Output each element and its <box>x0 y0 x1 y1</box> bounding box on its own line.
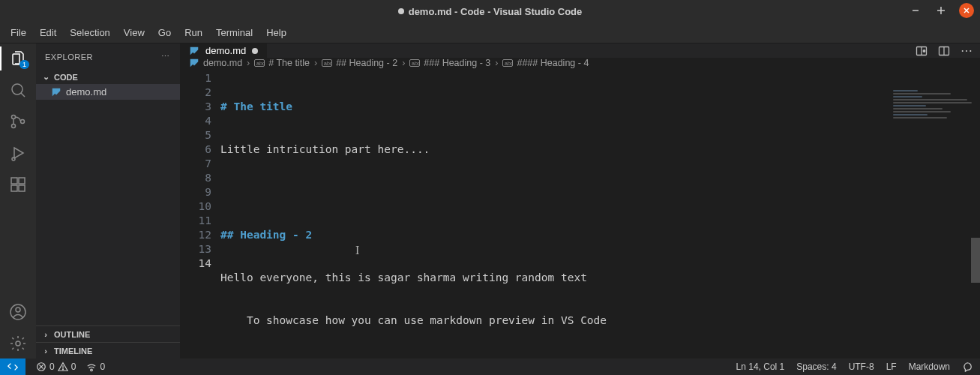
line-number: 2 <box>180 86 211 100</box>
explorer-badge: 1 <box>19 60 29 69</box>
svg-point-18 <box>16 341 20 346</box>
svg-text:abc: abc <box>505 61 513 66</box>
folder-root[interactable]: ⌄ CODE <box>36 70 180 84</box>
activity-extensions[interactable] <box>0 176 36 194</box>
svg-point-17 <box>16 308 20 312</box>
code-line: To showcase how you can use markdown pre… <box>220 314 607 326</box>
line-number: 9 <box>180 185 211 200</box>
line-number: 5 <box>180 128 211 142</box>
tab-bar: demo.md ⋯ <box>180 44 980 58</box>
line-number: 13 <box>180 242 211 256</box>
activity-source-control[interactable] <box>0 112 36 130</box>
line-number: 3 <box>180 100 211 114</box>
scrollbar-thumb[interactable] <box>971 238 980 283</box>
breadcrumb-h1-label: # The title <box>268 58 310 68</box>
outline-section[interactable]: › OUTLINE <box>36 326 180 342</box>
split-editor-icon[interactable] <box>938 45 950 57</box>
menu-selection[interactable]: Selection <box>64 24 115 41</box>
timeline-section[interactable]: › TIMELINE <box>36 342 180 358</box>
code-line: ## Heading - 2 <box>220 229 312 241</box>
sidebar: EXPLORER ⋯ ⌄ CODE demo.md › OUTLINE › TI… <box>36 44 180 358</box>
breadcrumb-h2[interactable]: abc ## Heading - 2 <box>322 58 397 68</box>
svg-text:abc: abc <box>324 61 332 66</box>
tab-label: demo.md <box>205 45 246 56</box>
line-number: 6 <box>180 142 211 157</box>
chevron-right-icon: › <box>40 346 51 356</box>
activity-search[interactable] <box>0 81 36 99</box>
line-number: 10 <box>180 200 211 214</box>
editor-content[interactable]: # The title Little intricution part here… <box>220 68 980 375</box>
symbol-string-icon: abc <box>502 58 513 68</box>
menu-go[interactable]: Go <box>152 24 177 41</box>
titlebar: demo.md - Code - Visual Studio Code <box>0 0 980 22</box>
activity-accounts[interactable] <box>0 303 36 321</box>
menu-terminal[interactable]: Terminal <box>210 24 259 41</box>
breadcrumb-file-label: demo.md <box>203 58 242 68</box>
breadcrumb-h1[interactable]: abc # The title <box>254 58 310 68</box>
markdown-file-icon <box>51 87 61 98</box>
svg-point-38 <box>91 369 93 371</box>
symbol-string-icon: abc <box>254 58 265 68</box>
line-number: 1 <box>180 71 211 86</box>
minimize-button[interactable] <box>908 3 923 18</box>
warning-count: 0 <box>71 362 76 372</box>
markdown-file-icon <box>189 46 199 56</box>
sidebar-title: EXPLORER <box>45 52 93 62</box>
sidebar-more-icon[interactable]: ⋯ <box>161 52 171 62</box>
breadcrumb-h4[interactable]: abc #### Heading - 4 <box>502 58 589 68</box>
vertical-scrollbar[interactable] <box>971 88 980 358</box>
svg-rect-14 <box>19 185 25 191</box>
error-count: 0 <box>49 362 55 372</box>
svg-point-9 <box>21 120 25 124</box>
breadcrumb-h4-label: #### Heading - 4 <box>517 58 589 68</box>
symbol-string-icon: abc <box>409 58 420 68</box>
menubar: File Edit Selection View Go Run Terminal… <box>0 22 980 44</box>
file-item-demo-md[interactable]: demo.md <box>36 84 180 100</box>
port-count: 0 <box>100 362 105 372</box>
chevron-right-icon: › <box>402 58 405 68</box>
line-number: 7 <box>180 157 211 171</box>
breadcrumb-h3-label: ### Heading - 3 <box>424 58 490 68</box>
modified-dot-icon <box>252 48 258 54</box>
svg-point-11 <box>12 158 15 160</box>
more-actions-icon[interactable]: ⋯ <box>961 44 973 58</box>
svg-point-37 <box>62 369 63 370</box>
activity-explorer[interactable]: 1 <box>0 50 36 68</box>
code-line: Little intricution part here.... <box>220 143 430 155</box>
menu-edit[interactable]: Edit <box>34 24 62 41</box>
breadcrumb-file[interactable]: demo.md <box>189 58 242 68</box>
svg-rect-13 <box>11 185 17 191</box>
activity-bar: 1 <box>0 44 36 358</box>
svg-line-6 <box>21 93 25 97</box>
code-line: Hello everyone, this is sagar sharma wri… <box>220 272 587 284</box>
svg-text:abc: abc <box>256 61 265 66</box>
tab-demo-md[interactable]: demo.md <box>180 44 268 58</box>
svg-point-5 <box>12 84 22 94</box>
code-editor[interactable]: 1 2 3 4 5 6 7 8 9 10 11 12 13 14 # The t… <box>180 68 980 375</box>
menu-view[interactable]: View <box>118 24 151 41</box>
menu-run[interactable]: Run <box>178 24 208 41</box>
menu-help[interactable]: Help <box>260 24 292 41</box>
svg-rect-15 <box>19 178 25 184</box>
markdown-file-icon <box>189 58 199 68</box>
editor-group: demo.md ⋯ demo.md › abc # The tit <box>180 44 980 358</box>
folder-root-label: CODE <box>54 73 78 82</box>
status-problems[interactable]: 0 0 <box>36 362 76 372</box>
breadcrumb-h2-label: ## Heading - 2 <box>336 58 397 68</box>
line-number-gutter: 1 2 3 4 5 6 7 8 9 10 11 12 13 14 <box>180 68 220 375</box>
status-ports[interactable]: 0 <box>86 362 105 372</box>
svg-point-7 <box>12 116 16 119</box>
activity-settings[interactable] <box>0 334 36 352</box>
line-number: 12 <box>180 228 211 242</box>
svg-rect-12 <box>11 178 17 184</box>
chevron-down-icon: ⌄ <box>40 72 51 82</box>
svg-point-8 <box>12 124 16 128</box>
open-preview-side-icon[interactable] <box>916 45 928 57</box>
maximize-button[interactable] <box>934 3 949 18</box>
breadcrumb-h3[interactable]: abc ### Heading - 3 <box>409 58 490 68</box>
svg-marker-10 <box>14 148 23 158</box>
remote-indicator[interactable] <box>0 358 25 375</box>
activity-run-debug[interactable] <box>0 144 36 162</box>
close-button[interactable] <box>959 3 974 18</box>
menu-file[interactable]: File <box>4 24 32 41</box>
